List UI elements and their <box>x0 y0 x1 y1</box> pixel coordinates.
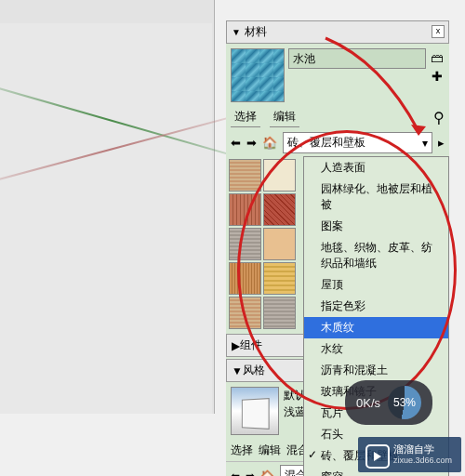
download-progress: 0K/s 53% <box>345 380 432 425</box>
nav-fwd-icon[interactable]: ➡ <box>246 469 255 477</box>
styles-title: 风格 <box>243 363 265 378</box>
category-nav-row: ⬅ ➡ 🏠 砖、覆层和壁板 ▾ ▸ <box>226 129 449 156</box>
material-swatches <box>226 156 301 332</box>
viewport-area <box>0 0 215 414</box>
category-menu-item[interactable]: 木质纹 <box>304 317 448 338</box>
home-icon[interactable]: 🏠 <box>262 136 277 150</box>
nav-fwd-icon[interactable]: ➡ <box>246 136 257 150</box>
category-menu-item[interactable]: 地毯、织物、皮革、纺织品和墙纸 <box>304 237 448 274</box>
material-name-input[interactable]: 水池 <box>288 48 426 69</box>
category-menu-item[interactable]: 园林绿化、地被层和植被 <box>304 178 448 216</box>
collapse-toggle[interactable]: ▼ <box>232 27 241 37</box>
create-material-icon[interactable]: ✚ <box>430 69 445 84</box>
category-menu[interactable]: 人造表面园林绿化、地被层和植被图案地毯、织物、皮革、纺织品和墙纸屋顶指定色彩木质… <box>303 156 449 476</box>
material-swatch[interactable] <box>229 228 261 260</box>
material-swatch[interactable] <box>229 262 261 295</box>
nav-back-icon[interactable]: ⬅ <box>231 469 240 477</box>
tab-edit[interactable]: 编辑 <box>259 443 281 458</box>
collapse-toggle[interactable]: ▼ <box>232 364 243 377</box>
category-menu-item[interactable]: 沥青和混凝土 <box>304 360 448 381</box>
material-swatch[interactable] <box>229 297 261 329</box>
category-menu-item[interactable]: 屋顶 <box>304 274 448 296</box>
material-swatch[interactable] <box>229 193 261 226</box>
material-swatch[interactable] <box>263 297 296 329</box>
category-menu-item[interactable]: 指定色彩 <box>304 296 448 317</box>
tab-edit[interactable]: 编辑 <box>270 107 299 127</box>
material-swatch-preview[interactable] <box>231 48 285 102</box>
material-swatch[interactable] <box>263 262 296 295</box>
tab-select[interactable]: 选择 <box>231 443 253 458</box>
material-preview-row: 水池 🗃 ✚ <box>226 44 449 107</box>
details-icon[interactable]: ▸ <box>438 136 445 150</box>
tab-select[interactable]: 选择 <box>231 107 260 127</box>
play-icon <box>365 444 390 469</box>
materials-header[interactable]: ▼ 材料 x <box>226 20 449 44</box>
category-menu-item[interactable]: 水纹 <box>304 338 448 360</box>
category-value: 砖、覆层和壁板 <box>287 135 365 151</box>
display-icon[interactable]: 🗃 <box>430 50 445 65</box>
category-menu-item[interactable]: 图案 <box>304 216 448 237</box>
material-swatch[interactable] <box>229 159 261 192</box>
watermark: 溜溜自学 zixue.3d66.com <box>358 437 461 472</box>
close-icon[interactable]: x <box>432 25 445 38</box>
material-swatch[interactable] <box>263 228 296 260</box>
home-icon[interactable]: 🏠 <box>260 469 274 477</box>
chevron-down-icon: ▾ <box>422 137 428 150</box>
collapse-toggle[interactable]: ▶ <box>232 339 240 352</box>
watermark-site: zixue.3d66.com <box>393 456 452 467</box>
speed-label: 0K/s <box>356 396 380 410</box>
progress-circle: 53% <box>388 386 421 419</box>
category-menu-item[interactable]: 人造表面 <box>304 157 448 178</box>
nav-back-icon[interactable]: ⬅ <box>231 136 241 150</box>
category-dropdown[interactable]: 砖、覆层和壁板 ▾ <box>283 132 432 153</box>
watermark-brand: 溜溜自学 <box>393 443 452 456</box>
material-swatch[interactable] <box>263 159 296 192</box>
material-swatch[interactable] <box>263 193 296 226</box>
tabs-row: 选择 编辑 ⚲ <box>226 107 449 129</box>
components-title: 组件 <box>240 337 262 353</box>
style-thumbnail[interactable] <box>231 387 279 435</box>
panel-title: 材料 <box>245 24 267 40</box>
viewport-3d[interactable] <box>0 23 212 414</box>
progress-percent: 53% <box>393 396 416 409</box>
eyedropper-icon[interactable]: ⚲ <box>433 109 445 126</box>
